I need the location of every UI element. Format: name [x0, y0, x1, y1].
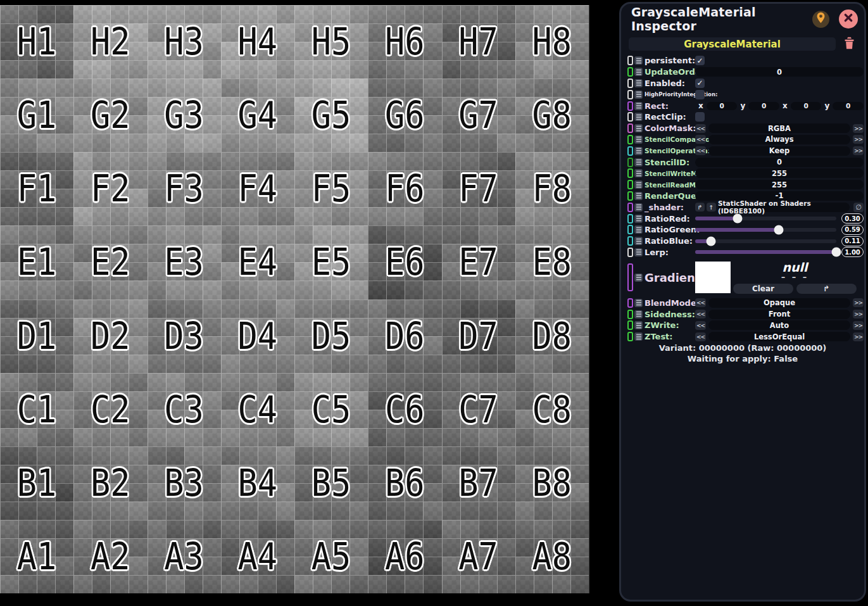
slider-knob[interactable]	[832, 248, 841, 257]
enum-value-ZWrite[interactable]: Auto	[708, 320, 850, 330]
number-input-StencilWriteMask[interactable]: 255	[695, 168, 864, 178]
grid-subsquare	[110, 465, 129, 483]
slider-knob[interactable]	[774, 225, 783, 234]
slider-track-RatioRed[interactable]	[695, 217, 836, 220]
enum-prev-button[interactable]: <<	[695, 332, 706, 341]
number-input-StencilReadMask[interactable]: 255	[695, 180, 864, 189]
property-label: ZTest:	[645, 332, 673, 341]
enum-value-ZTest[interactable]: LessOrEqual	[708, 332, 850, 341]
row-menu-icon[interactable]	[634, 248, 643, 256]
shader-button-1[interactable]: ↑	[707, 203, 716, 211]
enum-next-button[interactable]: >>	[853, 321, 864, 330]
pin-button[interactable]	[812, 11, 829, 28]
grid-subsquare	[166, 281, 184, 299]
grid-subsquare	[129, 465, 147, 483]
row-menu-icon[interactable]	[634, 68, 643, 76]
enum-value-BlendMode[interactable]: Opaque	[708, 298, 850, 308]
row-menu-icon[interactable]	[634, 192, 643, 200]
checkbox-HighPriorityIntegration[interactable]	[695, 90, 705, 99]
checkbox-RectClip[interactable]	[695, 112, 705, 122]
slider-track-Lerp[interactable]	[695, 250, 836, 254]
enum-value-Sidedness[interactable]: Front	[708, 310, 850, 319]
row-menu-icon[interactable]	[634, 321, 643, 329]
slider-track-RatioBlue[interactable]	[695, 239, 836, 243]
row-menu-icon[interactable]	[634, 169, 643, 177]
slider-value-RatioBlue[interactable]: 0.11	[841, 236, 864, 246]
number-input-StencilID[interactable]: 0	[695, 158, 864, 167]
enum-value-ColorMask[interactable]: RGBA	[708, 123, 850, 133]
enum-prev-button[interactable]: <<	[695, 146, 706, 155]
enum-value-StencilComparison[interactable]: Always	[708, 135, 850, 144]
row-menu-icon[interactable]	[634, 237, 643, 245]
close-button[interactable]	[839, 9, 858, 28]
rect-input-1[interactable]: 0	[748, 102, 779, 110]
enum-next-button[interactable]: >>	[853, 135, 864, 144]
grid-subsquare	[129, 318, 147, 336]
shader-button-0[interactable]: ↱	[695, 203, 705, 211]
grid-subsquare	[386, 115, 405, 134]
row-menu-icon[interactable]	[634, 147, 643, 155]
row-menu-icon[interactable]	[634, 124, 643, 132]
rect-input-0[interactable]: 0	[707, 102, 738, 110]
grid-subsquare	[110, 318, 129, 336]
enum-next-button[interactable]: >>	[853, 124, 864, 133]
enum-value-StencilOperation[interactable]: Keep	[708, 146, 850, 156]
slider-knob[interactable]	[706, 236, 715, 246]
checkbox-Enabled[interactable]: ✓	[695, 79, 705, 88]
enum-next-button[interactable]: >>	[853, 310, 864, 319]
row-menu-icon[interactable]	[634, 56, 643, 65]
row-menu-icon[interactable]	[634, 180, 643, 189]
slider-track-RatioGreen[interactable]	[695, 228, 836, 232]
row-menu-icon[interactable]	[634, 274, 643, 282]
gradient-move-button[interactable]: ↱	[796, 284, 857, 294]
grid-subsquare	[73, 300, 92, 318]
row-menu-icon[interactable]	[634, 113, 643, 121]
slider-value-RatioRed[interactable]: 0.30	[841, 213, 864, 224]
delete-material-button[interactable]	[841, 37, 857, 51]
row-menu-icon[interactable]	[634, 203, 643, 211]
slider-value-RatioGreen[interactable]: 0.59	[841, 225, 864, 235]
enum-next-button[interactable]: >>	[853, 298, 864, 307]
material-name-field[interactable]: GrayscaleMaterial	[629, 37, 836, 51]
enum-prev-button[interactable]: <<	[695, 124, 706, 133]
shader-null-button[interactable]: ∅	[853, 203, 864, 212]
grid-subsquare	[405, 170, 423, 189]
enum-prev-button[interactable]: <<	[695, 321, 706, 330]
grid-subsquare	[552, 60, 570, 79]
row-menu-icon[interactable]	[634, 79, 643, 87]
grid-subsquare	[405, 244, 423, 262]
row-menu-icon[interactable]	[634, 91, 643, 99]
rect-input-2[interactable]: 0	[791, 102, 822, 110]
checkbox-persistent[interactable]: ✓	[695, 56, 705, 65]
grid-subsquare	[313, 281, 331, 299]
row-menu-icon[interactable]	[634, 215, 643, 223]
grid-subsquare	[239, 152, 258, 170]
enum-prev-button[interactable]: <<	[695, 298, 706, 307]
row-menu-icon[interactable]	[634, 310, 643, 319]
enum-prev-button[interactable]: <<	[695, 310, 706, 319]
rect-input-3[interactable]: 0	[833, 102, 864, 110]
row-menu-icon[interactable]	[634, 102, 643, 110]
slider-knob[interactable]	[733, 214, 742, 224]
grid-subsquare	[18, 428, 37, 446]
grid-subsquare	[368, 465, 386, 483]
grid-cell: H4	[221, 5, 294, 79]
grid-subsquare	[18, 60, 37, 79]
row-menu-icon[interactable]	[634, 136, 643, 144]
row-menu-icon[interactable]	[634, 299, 643, 307]
row-menu-icon[interactable]	[634, 158, 643, 167]
gradient-preview-swatch[interactable]	[695, 262, 731, 293]
row-menu-icon[interactable]	[634, 225, 643, 234]
grid-subsquare	[497, 391, 515, 410]
slider-value-Lerp[interactable]: 1.00	[841, 247, 864, 257]
enum-next-button[interactable]: >>	[853, 332, 864, 341]
grid-subsquare	[386, 42, 405, 60]
row-menu-icon[interactable]	[634, 332, 643, 341]
grid-subsquare	[349, 97, 368, 115]
grid-cell: E3	[148, 225, 221, 299]
gradient-clear-button[interactable]: Clear	[733, 284, 793, 294]
shader-reference-field[interactable]: StaticShader on Shaders (ID6BE8100)	[718, 203, 850, 212]
enum-prev-button[interactable]: <<	[695, 135, 706, 144]
enum-next-button[interactable]: >>	[853, 146, 864, 155]
number-input-UpdateOrder[interactable]: 0	[695, 67, 864, 77]
